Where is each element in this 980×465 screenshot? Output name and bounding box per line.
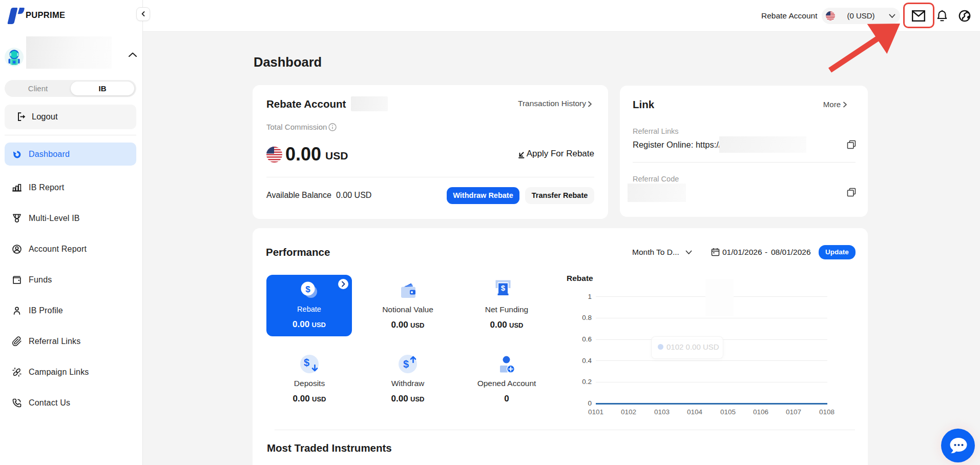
svg-text:$: $ [305, 285, 310, 294]
svg-text:$: $ [501, 284, 506, 292]
